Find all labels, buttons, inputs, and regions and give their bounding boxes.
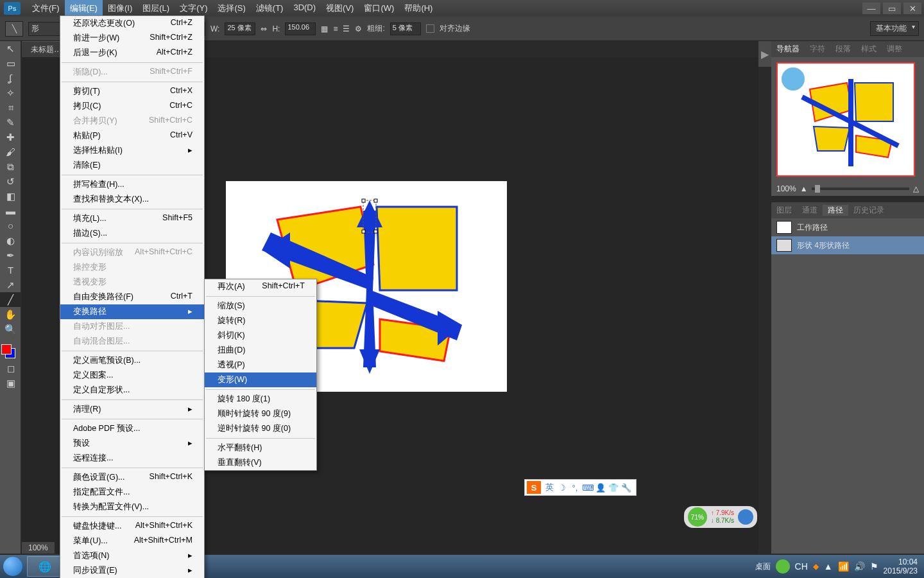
menu-7[interactable]: 3D(D): [288, 0, 321, 17]
path-row-0[interactable]: 工作路径: [771, 218, 924, 236]
tray-ime-icon[interactable]: CH: [795, 561, 808, 572]
path-select-tool-icon[interactable]: ↗: [0, 277, 21, 292]
path-arrange-icon[interactable]: ☰: [343, 24, 350, 33]
blur-tool-icon[interactable]: ○: [0, 218, 21, 233]
show-desktop-label[interactable]: 桌面: [755, 561, 771, 572]
transform-item-2[interactable]: 缩放(S): [205, 299, 316, 313]
menu-6[interactable]: 滤镜(T): [251, 0, 289, 17]
zoom-in-icon[interactable]: △: [913, 184, 919, 193]
edit-menu-item-41[interactable]: 键盘快捷键...Alt+Shift+Ctrl+K: [60, 519, 204, 534]
edit-menu-item-2[interactable]: 后退一步(K)Alt+Ctrl+Z: [60, 46, 204, 60]
menu-4[interactable]: 文字(Y): [175, 0, 212, 17]
screenmode-icon[interactable]: ▣: [0, 376, 21, 390]
brush-tool-icon[interactable]: 🖌: [0, 144, 21, 159]
path-row-1[interactable]: 形状 4形状路径: [771, 236, 924, 254]
ime-lang[interactable]: 英: [543, 481, 556, 494]
ime-keyboard-icon[interactable]: ⌨: [581, 481, 594, 494]
edit-menu-item-9[interactable]: 粘贴(P)Ctrl+V: [60, 128, 204, 143]
zoom-out-icon[interactable]: ▲: [800, 184, 808, 193]
menu-2[interactable]: 图像(I): [103, 0, 137, 17]
edit-menu-item-10[interactable]: 选择性粘贴(I): [60, 143, 204, 158]
edit-menu-item-34[interactable]: 预设: [60, 436, 204, 451]
transform-item-14[interactable]: 垂直翻转(V): [205, 455, 316, 470]
marquee-tool-icon[interactable]: ▭: [0, 56, 21, 71]
menu-0[interactable]: 文件(F): [27, 0, 65, 17]
edit-menu-item-7[interactable]: 拷贝(C)Ctrl+C: [60, 99, 204, 114]
crop-tool-icon[interactable]: ⌗: [0, 100, 21, 115]
tray-volume-icon[interactable]: 🔊: [854, 561, 865, 572]
path-align-icon[interactable]: ≡: [333, 24, 338, 33]
maximize-button[interactable]: ▭: [883, 3, 901, 14]
ime-wrench-icon[interactable]: 🔧: [620, 481, 633, 494]
layer-tab-0[interactable]: 图层: [771, 205, 797, 216]
tray-orange-icon[interactable]: ◆: [813, 562, 819, 571]
history-brush-tool-icon[interactable]: ↺: [0, 174, 21, 189]
move-tool-icon[interactable]: ↖: [0, 41, 21, 56]
hand-tool-icon[interactable]: ✋: [0, 307, 21, 322]
color-swatches[interactable]: [0, 343, 21, 361]
transform-item-13[interactable]: 水平翻转(H): [205, 441, 316, 455]
quickmask-icon[interactable]: ◻: [0, 361, 21, 376]
task-browser-icon[interactable]: 🌐: [27, 556, 63, 577]
width-input[interactable]: 25 像素: [225, 22, 255, 35]
height-input[interactable]: 150.06: [285, 22, 316, 35]
wand-tool-icon[interactable]: ✧: [0, 85, 21, 100]
nav-tab-3[interactable]: 样式: [856, 44, 882, 55]
transform-item-5[interactable]: 扭曲(D): [205, 343, 316, 358]
transform-item-11[interactable]: 逆时针旋转 90 度(0): [205, 421, 316, 436]
ime-user-icon[interactable]: 👤: [594, 481, 607, 494]
edit-menu-item-27[interactable]: 定义画笔预设(B)...: [60, 353, 204, 368]
nav-tab-1[interactable]: 字符: [805, 44, 830, 55]
tray-clock[interactable]: 10:04 2015/9/23: [884, 557, 918, 575]
type-tool-icon[interactable]: T: [0, 263, 21, 277]
transform-item-7[interactable]: 变形(W): [205, 372, 316, 387]
edit-menu-item-38[interactable]: 指定配置文件...: [60, 485, 204, 500]
edit-menu-item-6[interactable]: 剪切(T)Ctrl+X: [60, 84, 204, 99]
edit-menu-item-31[interactable]: 清理(R): [60, 402, 204, 417]
align-edges-checkbox[interactable]: [426, 24, 434, 33]
menu-8[interactable]: 视图(V): [321, 0, 359, 17]
edit-menu-item-33[interactable]: Adobe PDF 预设...: [60, 421, 204, 436]
edit-menu-item-14[interactable]: 查找和替换文本(X)...: [60, 192, 204, 207]
transform-item-4[interactable]: 斜切(K): [205, 328, 316, 343]
zoom-tool-icon[interactable]: 🔍: [0, 322, 21, 337]
edit-menu-item-44[interactable]: 同步设置(E): [60, 563, 204, 578]
edit-menu-item-23[interactable]: 变换路径: [60, 304, 204, 319]
edit-menu-item-29[interactable]: 定义自定形状...: [60, 383, 204, 398]
eyedropper-tool-icon[interactable]: ✎: [0, 115, 21, 130]
edit-menu-item-22[interactable]: 自由变换路径(F)Ctrl+T: [60, 290, 204, 304]
tray-action-icon[interactable]: ⚑: [870, 561, 878, 572]
menu-5[interactable]: 选择(S): [212, 0, 250, 17]
line-tool-icon[interactable]: ╲: [5, 21, 23, 37]
edit-menu-item-35[interactable]: 远程连接...: [60, 451, 204, 466]
nav-tab-2[interactable]: 段落: [830, 44, 856, 55]
edit-menu-item-17[interactable]: 描边(S)...: [60, 226, 204, 241]
edit-menu-item-11[interactable]: 清除(E): [60, 158, 204, 173]
tray-flag-icon[interactable]: ▲: [824, 561, 833, 572]
transform-item-6[interactable]: 透视(P): [205, 358, 316, 372]
pen-tool-icon[interactable]: ✒: [0, 248, 21, 263]
layer-tab-1[interactable]: 通道: [797, 205, 823, 216]
edit-menu-item-16[interactable]: 填充(L)...Shift+F5: [60, 211, 204, 226]
link-icon[interactable]: ⇔: [261, 24, 267, 33]
eraser-tool-icon[interactable]: ◧: [0, 189, 21, 204]
tray-shield-icon[interactable]: [776, 559, 790, 574]
ime-shirt-icon[interactable]: 👕: [607, 481, 620, 494]
nav-tab-4[interactable]: 调整: [882, 44, 907, 55]
minimize-button[interactable]: —: [862, 3, 880, 14]
weight-input[interactable]: 5 像素: [390, 22, 421, 35]
dodge-tool-icon[interactable]: ◐: [0, 233, 21, 248]
path-ops-icon[interactable]: ▦: [321, 24, 328, 33]
tray-net-icon[interactable]: 📶: [838, 561, 849, 572]
edit-menu-item-37[interactable]: 颜色设置(G)...Shift+Ctrl+K: [60, 470, 204, 485]
workspace-dropdown[interactable]: 基本功能: [870, 21, 919, 36]
edit-menu-item-0[interactable]: 还原状态更改(O)Ctrl+Z: [60, 16, 204, 31]
edit-menu-item-42[interactable]: 菜单(U)...Alt+Shift+Ctrl+M: [60, 534, 204, 548]
edit-menu-item-43[interactable]: 首选项(N): [60, 548, 204, 563]
gradient-tool-icon[interactable]: ▬: [0, 204, 21, 218]
zoom-slider[interactable]: [812, 188, 909, 190]
edit-menu-item-39[interactable]: 转换为配置文件(V)...: [60, 500, 204, 514]
menu-10[interactable]: 帮助(H): [399, 0, 438, 17]
nav-tab-0[interactable]: 导航器: [771, 44, 805, 55]
menu-1[interactable]: 编辑(E): [65, 0, 103, 17]
